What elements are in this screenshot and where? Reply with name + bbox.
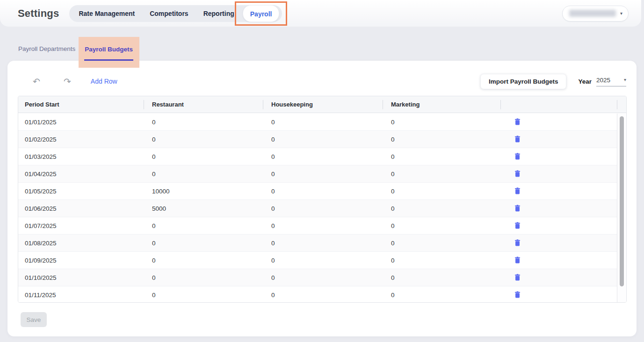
trash-icon (514, 256, 521, 264)
cell-actions (500, 273, 617, 282)
column-header-marketing: Marketing (383, 96, 500, 113)
cell-period-start[interactable]: 01/03/2025 (18, 153, 144, 160)
delete-row-button[interactable] (514, 186, 521, 195)
table-row: 01/03/2025000 (18, 148, 617, 165)
cell-period-start[interactable]: 01/10/2025 (18, 274, 144, 281)
toolbar-right-group: Import Payroll Budgets Year 2025 ▾ (480, 74, 626, 89)
cell-period-start[interactable]: 01/05/2025 (18, 188, 144, 195)
cell-actions (500, 204, 617, 213)
cell-housekeeping[interactable]: 0 (263, 257, 383, 264)
scrollbar-thumb[interactable] (620, 116, 624, 286)
tab-reporting[interactable]: Reporting (196, 5, 242, 22)
cell-period-start[interactable]: 01/09/2025 (18, 257, 144, 264)
cell-housekeeping[interactable]: 0 (263, 188, 383, 195)
cell-marketing[interactable]: 0 (383, 136, 500, 143)
cell-restaurant[interactable]: 5000 (144, 205, 263, 212)
cell-actions (500, 186, 617, 196)
cell-housekeeping[interactable]: 0 (263, 222, 383, 229)
cell-restaurant[interactable]: 10000 (144, 188, 263, 195)
trash-icon (514, 239, 521, 246)
cell-actions (500, 152, 617, 161)
table-row: 01/09/2025000 (18, 252, 617, 269)
column-header-actions (500, 96, 617, 113)
cell-marketing[interactable]: 0 (383, 188, 500, 195)
import-payroll-budgets-button[interactable]: Import Payroll Budgets (480, 74, 567, 89)
table-scrollbar[interactable] (617, 114, 626, 302)
cell-marketing[interactable]: 0 (383, 153, 500, 160)
delete-row-button[interactable] (514, 117, 521, 126)
trash-icon (514, 274, 521, 281)
cell-period-start[interactable]: 01/11/2025 (18, 292, 144, 299)
cell-housekeeping[interactable]: 0 (263, 240, 383, 247)
delete-row-button[interactable] (514, 238, 521, 247)
cell-actions (500, 117, 617, 127)
cell-actions (500, 135, 617, 144)
top-header-bar: Settings Rate Management Competitors Rep… (0, 0, 641, 27)
cell-period-start[interactable]: 01/06/2025 (18, 205, 144, 212)
tab-rate-management[interactable]: Rate Management (71, 5, 142, 22)
cell-restaurant[interactable]: 0 (144, 153, 263, 160)
cell-period-start[interactable]: 01/01/2025 (18, 119, 144, 126)
table-toolbar: ↶ ↷ Add Row Import Payroll Budgets Year … (18, 73, 626, 90)
year-value: 2025 (596, 77, 610, 84)
cell-restaurant[interactable]: 0 (144, 292, 263, 299)
cell-marketing[interactable]: 0 (383, 240, 500, 247)
subtab-payroll-budgets[interactable]: Payroll Budgets (84, 46, 133, 53)
cell-housekeeping[interactable]: 0 (263, 292, 383, 299)
add-row-button[interactable]: Add Row (91, 78, 117, 85)
tab-competitors[interactable]: Competitors (142, 5, 195, 22)
trash-icon (514, 187, 521, 194)
cell-restaurant[interactable]: 0 (144, 119, 263, 126)
table-row: 01/01/2025000 (18, 114, 617, 131)
column-header-scroll-gutter (617, 96, 626, 113)
year-select[interactable]: 2025 ▾ (596, 77, 626, 86)
redo-button[interactable]: ↷ (64, 77, 71, 86)
delete-row-button[interactable] (514, 221, 521, 230)
cell-housekeeping[interactable]: 0 (263, 171, 383, 178)
tab-payroll[interactable]: Payroll (243, 5, 280, 22)
cell-housekeeping[interactable]: 0 (263, 136, 383, 143)
cell-actions (500, 169, 617, 178)
cell-marketing[interactable]: 0 (383, 205, 500, 212)
cell-marketing[interactable]: 0 (383, 274, 500, 281)
cell-period-start[interactable]: 01/07/2025 (18, 222, 144, 229)
delete-row-button[interactable] (514, 256, 521, 264)
trash-icon (514, 118, 521, 125)
subtab-payroll-budgets-wrapper[interactable]: Payroll Budgets (84, 45, 133, 53)
cell-actions (500, 256, 617, 265)
cell-period-start[interactable]: 01/02/2025 (18, 136, 144, 143)
cell-restaurant[interactable]: 0 (144, 257, 263, 264)
cell-restaurant[interactable]: 0 (144, 171, 263, 178)
delete-row-button[interactable] (514, 152, 521, 161)
subtab-payroll-departments[interactable]: Payroll Departments (18, 45, 76, 52)
cell-restaurant[interactable]: 0 (144, 136, 263, 143)
trash-icon (514, 135, 521, 142)
delete-row-button[interactable] (514, 290, 521, 299)
save-button[interactable]: Save (21, 312, 47, 327)
delete-row-button[interactable] (514, 273, 521, 282)
delete-row-button[interactable] (514, 169, 521, 178)
delete-row-button[interactable] (514, 204, 521, 213)
cell-housekeeping[interactable]: 0 (263, 119, 383, 126)
cell-marketing[interactable]: 0 (383, 171, 500, 178)
cell-marketing[interactable]: 0 (383, 119, 500, 126)
delete-row-button[interactable] (514, 135, 521, 143)
cell-restaurant[interactable]: 0 (144, 222, 263, 229)
cell-marketing[interactable]: 0 (383, 292, 500, 299)
column-header-restaurant: Restaurant (144, 96, 263, 113)
column-header-period-start: Period Start (18, 96, 144, 113)
trash-icon (514, 205, 521, 212)
user-dropdown[interactable]: ▾ (562, 6, 629, 21)
cell-period-start[interactable]: 01/08/2025 (18, 240, 144, 247)
chevron-down-icon: ▾ (624, 78, 626, 82)
undo-button[interactable]: ↶ (33, 77, 40, 86)
payroll-subtabs: Payroll Departments Payroll Budgets (0, 27, 644, 61)
cell-marketing[interactable]: 0 (383, 222, 500, 229)
cell-restaurant[interactable]: 0 (144, 240, 263, 247)
cell-housekeeping[interactable]: 0 (263, 153, 383, 160)
cell-housekeeping[interactable]: 0 (263, 205, 383, 212)
cell-period-start[interactable]: 01/04/2025 (18, 171, 144, 178)
cell-marketing[interactable]: 0 (383, 257, 500, 264)
cell-housekeeping[interactable]: 0 (263, 274, 383, 281)
cell-restaurant[interactable]: 0 (144, 274, 263, 281)
